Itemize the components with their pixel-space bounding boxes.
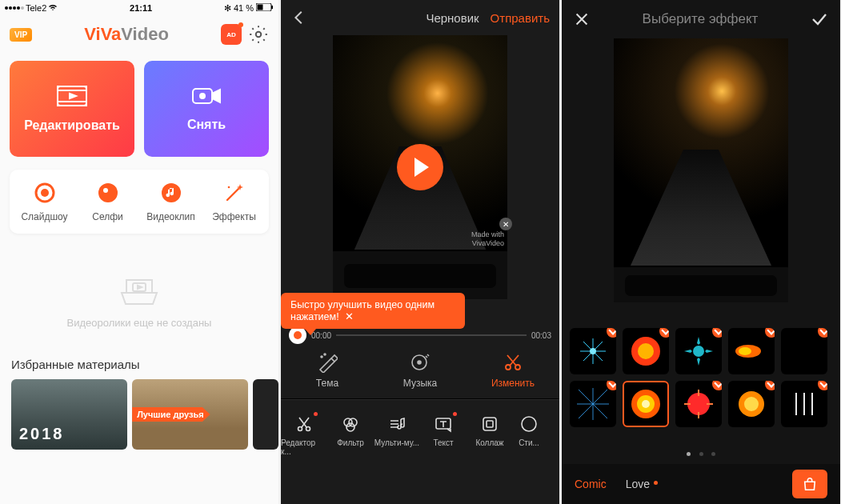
enhance-tip[interactable]: Быстро улучшить видео одним нажатием! ✕ [281,293,465,329]
effect-thumb-7-selected[interactable] [623,381,669,427]
effect-preview[interactable] [614,38,788,302]
tab-edit[interactable]: Изменить [467,352,559,389]
effect-thumb-4[interactable] [728,328,775,374]
svg-rect-1 [258,5,263,10]
back-button[interactable] [290,9,308,26]
edit-card[interactable]: Редактировать [10,61,134,157]
ad-gift-button[interactable]: AD [221,24,242,45]
tool-label: Фильтр [337,438,364,447]
svg-point-10 [41,189,49,197]
enhance-knob[interactable] [289,326,306,344]
status-right: ✻ 41 % [224,3,274,14]
remove-watermark-button[interactable]: ✕ [499,218,512,230]
theme-icon [317,352,338,373]
confirm-button[interactable] [810,10,829,29]
filter-icon [341,414,360,434]
tool-selfie[interactable]: Селфи [76,181,139,222]
tip-close[interactable]: ✕ [345,311,354,322]
svg-point-19 [418,361,421,364]
empty-tray-icon [115,269,163,307]
category-comic[interactable]: Comic [575,478,607,490]
preview-dashboard [333,250,507,299]
svg-point-30 [522,417,536,431]
tab-theme[interactable]: Тема [281,352,374,389]
material-card-friends[interactable]: Лучшие друзья [132,379,248,450]
status-left: Tele2 [5,3,58,13]
page-dot-active [687,452,691,456]
tool-multi-music[interactable]: Мульти-му... [374,414,420,456]
tool-sticker[interactable]: Сти... [513,414,545,456]
edit-tools-row[interactable]: Редактор к... Фильтр Мульти-му... Текст [281,408,559,456]
tool-slideshow[interactable]: Слайдшоу [13,181,76,222]
effects-pager[interactable] [562,445,840,459]
material-title: 2018 [19,425,65,443]
svg-point-31 [590,348,596,354]
tool-label: Мульти-му... [374,438,419,447]
svg-point-40 [687,393,710,415]
timeline-track[interactable] [336,334,527,336]
home-header: VIP ViVaVideo AD [0,16,278,50]
tool-effects[interactable]: Эффекты [202,181,266,222]
music-note-icon [159,181,183,205]
materials-row[interactable]: 2018 Лучшие друзья [0,379,278,450]
signal-icon [5,6,24,10]
effect-thumb-6[interactable] [570,381,616,427]
effects-title: Выберите эффект [591,11,810,27]
effect-thumb-10[interactable] [781,381,827,427]
tool-text[interactable]: Текст [420,414,467,456]
logo-part-1: ViVa [84,24,121,44]
effects-screen: Выберите эффект [562,0,840,504]
tool-collage[interactable]: Коллаж [467,414,513,456]
clip-label: Видеоклип [146,211,195,222]
shoot-card[interactable]: Снять [144,61,269,157]
effect-thumb-5[interactable] [781,328,827,374]
timeline[interactable]: 00:00 00:03 [281,326,559,344]
multi-music-icon [387,414,406,434]
effects-categories: Comic Love [562,464,840,504]
close-button[interactable] [573,10,591,28]
watermark[interactable]: Made with VivaVideo [471,230,504,248]
tab-edit-label: Изменить [491,378,535,389]
effect-thumb-8[interactable] [675,381,722,427]
svg-rect-5 [58,86,86,90]
effect-thumb-3[interactable] [675,328,722,374]
svg-rect-6 [58,102,86,106]
notification-dot [453,412,457,416]
material-card-2018[interactable]: 2018 [11,379,127,450]
svg-point-34 [693,346,704,357]
music-icon [410,352,431,373]
video-preview[interactable]: Made with VivaVideo ✕ [333,35,507,299]
editor-top-bar: Черновик Отправить [281,0,559,35]
tab-music-label: Музыка [403,378,437,389]
editor-screen: Черновик Отправить Made with VivaVideo ✕… [281,0,559,504]
tool-clip[interactable]: Видеоклип [139,181,202,222]
selfie-label: Селфи [92,211,123,222]
material-card-more[interactable] [253,379,278,450]
category-love[interactable]: Love [626,478,650,490]
draft-button[interactable]: Черновик [426,11,479,25]
shop-button[interactable] [792,470,827,498]
my-videos-empty: Видеоролики еще не созданы [0,234,278,345]
send-button[interactable]: Отправить [491,11,550,25]
play-button[interactable] [397,144,443,190]
tab-music[interactable]: Музыка [374,352,467,389]
shoot-label: Снять [187,118,226,132]
scissors-icon [503,352,523,373]
effect-thumb-9[interactable] [728,381,775,427]
notification-dot [314,412,318,416]
ad-label: AD [226,31,236,38]
vip-badge[interactable]: VIP [10,28,32,42]
effects-label: Эффекты [212,211,256,222]
svg-point-33 [638,343,654,359]
tool-label: Коллаж [475,438,503,447]
selfie-icon [96,181,120,205]
svg-point-26 [346,423,354,431]
tool-clip-editor[interactable]: Редактор к... [281,414,327,456]
svg-point-14 [227,186,230,189]
settings-button[interactable] [248,24,269,45]
tool-filter[interactable]: Фильтр [327,414,374,456]
effect-thumb-1[interactable] [570,328,616,374]
svg-point-11 [98,183,118,202]
divider [281,398,559,399]
effect-thumb-2[interactable] [623,328,669,374]
